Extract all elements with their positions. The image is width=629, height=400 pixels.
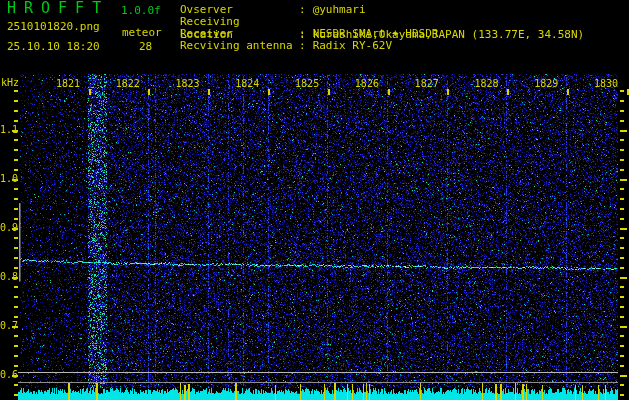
mode-label: meteor bbox=[122, 27, 162, 38]
antenna-label: Recviving antenna bbox=[180, 39, 299, 52]
time-tick-label: 1824 bbox=[235, 79, 259, 89]
time-tick-label: 1828 bbox=[474, 79, 498, 89]
spectrogram-canvas bbox=[0, 0, 629, 400]
hrofft-window: HROFFT 1.0.0f 2510101820.png meteor 25.1… bbox=[0, 0, 629, 400]
time-tick-label: 1826 bbox=[355, 79, 379, 89]
meteor-count: 28 bbox=[139, 41, 152, 52]
observer-colon: : bbox=[299, 39, 306, 52]
time-tick-label: 1821 bbox=[56, 79, 80, 89]
time-tick-label: 1825 bbox=[295, 79, 319, 89]
freq-tick-label: 1.1 bbox=[0, 125, 14, 135]
time-tick-label: 1822 bbox=[116, 79, 140, 89]
time-tick-label: 1830 bbox=[594, 79, 618, 89]
freq-tick-label: 0.6 bbox=[0, 370, 14, 380]
time-tick-label: 1827 bbox=[415, 79, 439, 89]
antenna-value: Radix RY-62V bbox=[313, 39, 392, 52]
freq-tick-label: 0.7 bbox=[0, 321, 14, 331]
time-tick-label: 1829 bbox=[534, 79, 558, 89]
app-version: 1.0.0f bbox=[121, 5, 161, 16]
date-time: 25.10.10 18:20 bbox=[7, 41, 100, 52]
observer-row: Receiving Location:kurashiki,Okayama,JAP… bbox=[180, 15, 584, 27]
freq-tick-label: 1.0 bbox=[0, 174, 14, 184]
observer-row: Ovserver:@yuhmari bbox=[180, 3, 584, 15]
observer-info-block: Ovserver:@yuhmari Receiving Location:kur… bbox=[180, 3, 584, 51]
time-tick-label: 1823 bbox=[176, 79, 200, 89]
app-title: HROFFT bbox=[7, 3, 109, 14]
freq-tick-label: 0.9 bbox=[0, 223, 14, 233]
output-filename: 2510101820.png bbox=[7, 21, 100, 32]
freq-tick-label: 0.8 bbox=[0, 272, 14, 282]
freq-axis-unit-label: kHz bbox=[1, 77, 19, 88]
